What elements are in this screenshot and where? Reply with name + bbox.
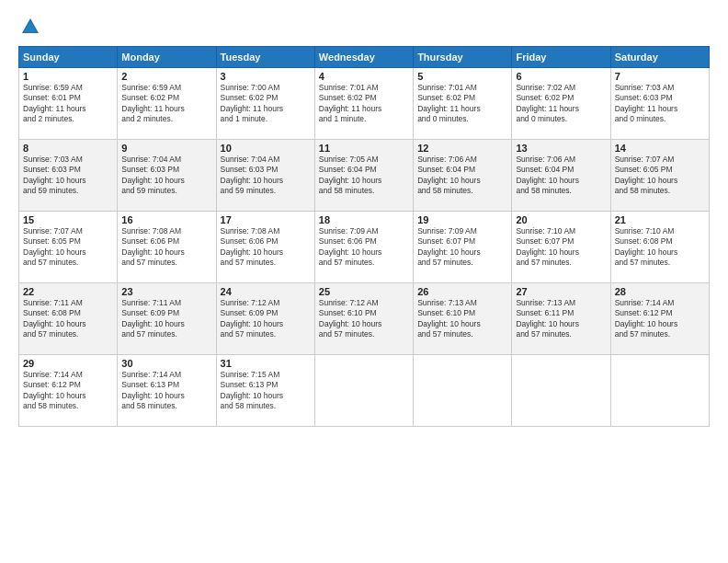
day-info: Sunrise: 7:04 AMSunset: 6:03 PMDaylight:… <box>221 155 311 197</box>
calendar-cell: 17Sunrise: 7:08 AMSunset: 6:06 PMDayligh… <box>216 212 314 283</box>
day-number: 20 <box>516 214 606 225</box>
calendar-cell <box>512 355 610 427</box>
calendar-week-4: 22Sunrise: 7:11 AMSunset: 6:08 PMDayligh… <box>19 283 710 355</box>
day-number: 30 <box>121 358 211 369</box>
calendar-cell: 18Sunrise: 7:09 AMSunset: 6:06 PMDayligh… <box>314 212 413 283</box>
day-number: 6 <box>516 71 606 82</box>
day-number: 11 <box>319 143 409 154</box>
day-info: Sunrise: 7:01 AMSunset: 6:02 PMDaylight:… <box>319 83 409 125</box>
calendar-cell: 3Sunrise: 7:00 AMSunset: 6:02 PMDaylight… <box>216 68 314 140</box>
calendar-cell: 2Sunrise: 6:59 AMSunset: 6:02 PMDaylight… <box>118 68 216 140</box>
calendar-cell: 8Sunrise: 7:03 AMSunset: 6:03 PMDaylight… <box>19 140 118 212</box>
calendar-cell: 1Sunrise: 6:59 AMSunset: 6:01 PMDaylight… <box>19 68 118 140</box>
calendar-cell: 12Sunrise: 7:06 AMSunset: 6:04 PMDayligh… <box>414 140 512 212</box>
day-info: Sunrise: 7:04 AMSunset: 6:03 PMDaylight:… <box>121 155 211 197</box>
calendar-week-5: 29Sunrise: 7:14 AMSunset: 6:12 PMDayligh… <box>19 355 710 427</box>
day-info: Sunrise: 7:01 AMSunset: 6:02 PMDaylight:… <box>417 83 507 125</box>
calendar-cell: 9Sunrise: 7:04 AMSunset: 6:03 PMDaylight… <box>118 140 216 212</box>
calendar: Sunday Monday Tuesday Wednesday Thursday… <box>18 46 710 427</box>
col-monday: Monday <box>118 47 216 68</box>
day-number: 16 <box>121 214 211 225</box>
calendar-cell: 27Sunrise: 7:13 AMSunset: 6:11 PMDayligh… <box>512 283 610 355</box>
day-number: 21 <box>615 214 705 225</box>
day-info: Sunrise: 7:13 AMSunset: 6:10 PMDaylight:… <box>417 298 507 340</box>
calendar-cell: 20Sunrise: 7:10 AMSunset: 6:07 PMDayligh… <box>512 212 610 283</box>
day-number: 29 <box>23 358 113 369</box>
col-friday: Friday <box>512 47 610 68</box>
calendar-cell: 14Sunrise: 7:07 AMSunset: 6:05 PMDayligh… <box>610 140 709 212</box>
calendar-cell: 7Sunrise: 7:03 AMSunset: 6:03 PMDaylight… <box>610 68 709 140</box>
day-number: 15 <box>23 214 113 225</box>
calendar-cell: 11Sunrise: 7:05 AMSunset: 6:04 PMDayligh… <box>314 140 413 212</box>
logo <box>18 17 40 37</box>
day-info: Sunrise: 7:06 AMSunset: 6:04 PMDaylight:… <box>516 155 606 197</box>
calendar-cell: 6Sunrise: 7:02 AMSunset: 6:02 PMDaylight… <box>512 68 610 140</box>
day-info: Sunrise: 7:07 AMSunset: 6:05 PMDaylight:… <box>615 155 705 197</box>
day-info: Sunrise: 6:59 AMSunset: 6:02 PMDaylight:… <box>121 83 211 125</box>
day-number: 3 <box>221 71 311 82</box>
col-wednesday: Wednesday <box>314 47 413 68</box>
calendar-cell <box>314 355 413 427</box>
col-thursday: Thursday <box>414 47 512 68</box>
day-number: 14 <box>615 143 705 154</box>
day-number: 31 <box>221 358 311 369</box>
day-number: 23 <box>121 286 211 297</box>
col-saturday: Saturday <box>610 47 709 68</box>
day-number: 25 <box>319 286 409 297</box>
day-number: 18 <box>319 214 409 225</box>
header <box>18 17 710 37</box>
day-info: Sunrise: 7:15 AMSunset: 6:13 PMDaylight:… <box>221 370 311 412</box>
day-info: Sunrise: 7:14 AMSunset: 6:13 PMDaylight:… <box>121 370 211 412</box>
day-number: 22 <box>23 286 113 297</box>
header-row: Sunday Monday Tuesday Wednesday Thursday… <box>19 47 710 68</box>
day-number: 8 <box>23 143 113 154</box>
day-info: Sunrise: 7:09 AMSunset: 6:06 PMDaylight:… <box>319 226 409 269</box>
calendar-cell: 13Sunrise: 7:06 AMSunset: 6:04 PMDayligh… <box>512 140 610 212</box>
calendar-cell: 22Sunrise: 7:11 AMSunset: 6:08 PMDayligh… <box>19 283 118 355</box>
day-number: 10 <box>221 143 311 154</box>
day-number: 5 <box>417 71 507 82</box>
calendar-cell: 21Sunrise: 7:10 AMSunset: 6:08 PMDayligh… <box>610 212 709 283</box>
calendar-cell: 29Sunrise: 7:14 AMSunset: 6:12 PMDayligh… <box>19 355 118 427</box>
day-info: Sunrise: 7:13 AMSunset: 6:11 PMDaylight:… <box>516 298 606 340</box>
day-number: 13 <box>516 143 606 154</box>
calendar-cell: 31Sunrise: 7:15 AMSunset: 6:13 PMDayligh… <box>216 355 314 427</box>
day-info: Sunrise: 7:10 AMSunset: 6:07 PMDaylight:… <box>516 226 606 269</box>
calendar-cell: 23Sunrise: 7:11 AMSunset: 6:09 PMDayligh… <box>118 283 216 355</box>
calendar-cell: 15Sunrise: 7:07 AMSunset: 6:05 PMDayligh… <box>19 212 118 283</box>
calendar-week-2: 8Sunrise: 7:03 AMSunset: 6:03 PMDaylight… <box>19 140 710 212</box>
calendar-cell: 16Sunrise: 7:08 AMSunset: 6:06 PMDayligh… <box>118 212 216 283</box>
day-number: 2 <box>121 71 211 82</box>
calendar-week-1: 1Sunrise: 6:59 AMSunset: 6:01 PMDaylight… <box>19 68 710 140</box>
day-info: Sunrise: 7:10 AMSunset: 6:08 PMDaylight:… <box>615 226 705 269</box>
calendar-cell: 30Sunrise: 7:14 AMSunset: 6:13 PMDayligh… <box>118 355 216 427</box>
calendar-cell <box>414 355 512 427</box>
day-number: 12 <box>417 143 507 154</box>
day-info: Sunrise: 7:06 AMSunset: 6:04 PMDaylight:… <box>417 155 507 197</box>
day-info: Sunrise: 7:09 AMSunset: 6:07 PMDaylight:… <box>417 226 507 269</box>
day-number: 9 <box>121 143 211 154</box>
day-info: Sunrise: 7:11 AMSunset: 6:09 PMDaylight:… <box>121 298 211 340</box>
calendar-cell: 19Sunrise: 7:09 AMSunset: 6:07 PMDayligh… <box>414 212 512 283</box>
col-tuesday: Tuesday <box>216 47 314 68</box>
day-info: Sunrise: 7:12 AMSunset: 6:10 PMDaylight:… <box>319 298 409 340</box>
day-info: Sunrise: 7:07 AMSunset: 6:05 PMDaylight:… <box>23 226 113 269</box>
day-number: 28 <box>615 286 705 297</box>
day-number: 7 <box>615 71 705 82</box>
calendar-cell: 10Sunrise: 7:04 AMSunset: 6:03 PMDayligh… <box>216 140 314 212</box>
day-number: 4 <box>319 71 409 82</box>
calendar-cell <box>610 355 709 427</box>
day-info: Sunrise: 7:05 AMSunset: 6:04 PMDaylight:… <box>319 155 409 197</box>
day-info: Sunrise: 7:03 AMSunset: 6:03 PMDaylight:… <box>23 155 113 197</box>
day-number: 19 <box>417 214 507 225</box>
calendar-cell: 25Sunrise: 7:12 AMSunset: 6:10 PMDayligh… <box>314 283 413 355</box>
day-info: Sunrise: 7:11 AMSunset: 6:08 PMDaylight:… <box>23 298 113 340</box>
day-info: Sunrise: 7:03 AMSunset: 6:03 PMDaylight:… <box>615 83 705 125</box>
day-info: Sunrise: 7:14 AMSunset: 6:12 PMDaylight:… <box>615 298 705 340</box>
logo-icon <box>20 17 40 37</box>
day-info: Sunrise: 7:08 AMSunset: 6:06 PMDaylight:… <box>121 226 211 269</box>
day-info: Sunrise: 7:00 AMSunset: 6:02 PMDaylight:… <box>221 83 311 125</box>
day-number: 24 <box>221 286 311 297</box>
day-info: Sunrise: 7:08 AMSunset: 6:06 PMDaylight:… <box>221 226 311 269</box>
page: Sunday Monday Tuesday Wednesday Thursday… <box>0 0 728 563</box>
